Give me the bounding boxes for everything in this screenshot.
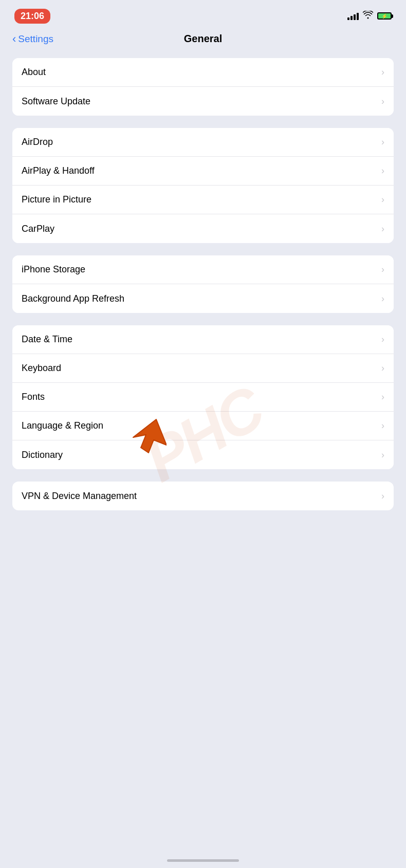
settings-item-carplay[interactable]: CarPlay › — [12, 214, 394, 243]
time-display: 21:06 — [14, 9, 50, 24]
nav-header: ‹ Settings General — [0, 29, 406, 53]
settings-item-keyboard[interactable]: Keyboard › — [12, 354, 394, 383]
settings-item-picture-in-picture[interactable]: Picture in Picture › — [12, 186, 394, 214]
battery-icon: ⚡ — [377, 12, 392, 20]
page-title: General — [184, 33, 222, 45]
keyboard-chevron-icon: › — [381, 363, 384, 374]
fonts-label: Fonts — [22, 392, 45, 402]
settings-content: About › Software Update › AirDrop › AirP… — [0, 53, 406, 861]
settings-item-fonts[interactable]: Fonts › — [12, 383, 394, 412]
iphone-storage-label: iPhone Storage — [22, 264, 85, 275]
vpn-device-management-label: VPN & Device Management — [22, 491, 137, 502]
about-label: About — [22, 67, 46, 78]
background-app-refresh-chevron-icon: › — [381, 293, 384, 304]
settings-group-1: About › Software Update › — [12, 58, 394, 116]
settings-item-dictionary[interactable]: Dictionary › — [12, 440, 394, 469]
picture-in-picture-label: Picture in Picture — [22, 194, 91, 205]
date-time-label: Date & Time — [22, 334, 72, 345]
wifi-icon — [363, 11, 373, 21]
language-region-chevron-icon: › — [381, 420, 384, 431]
home-indicator — [167, 859, 239, 862]
date-time-chevron-icon: › — [381, 334, 384, 345]
background-app-refresh-label: Background App Refresh — [22, 293, 124, 304]
airdrop-label: AirDrop — [22, 137, 53, 147]
settings-group-4: Date & Time › Keyboard › Fonts › Languag… — [12, 325, 394, 469]
settings-item-airdrop[interactable]: AirDrop › — [12, 128, 394, 157]
picture-in-picture-chevron-icon: › — [381, 194, 384, 205]
airplay-handoff-label: AirPlay & Handoff — [22, 165, 95, 176]
about-chevron-icon: › — [381, 67, 384, 78]
back-button[interactable]: ‹ Settings — [12, 33, 53, 45]
settings-item-language-region[interactable]: Language & Region › — [12, 412, 394, 440]
signal-icon — [347, 12, 359, 20]
settings-group-5: VPN & Device Management › — [12, 482, 394, 510]
back-label: Settings — [18, 33, 53, 45]
airplay-handoff-chevron-icon: › — [381, 165, 384, 176]
iphone-storage-chevron-icon: › — [381, 264, 384, 275]
keyboard-label: Keyboard — [22, 363, 61, 374]
settings-group-3: iPhone Storage › Background App Refresh … — [12, 255, 394, 313]
settings-item-software-update[interactable]: Software Update › — [12, 87, 394, 116]
settings-item-vpn-device-management[interactable]: VPN & Device Management › — [12, 482, 394, 510]
dictionary-chevron-icon: › — [381, 450, 384, 460]
software-update-chevron-icon: › — [381, 96, 384, 107]
settings-group-2: AirDrop › AirPlay & Handoff › Picture in… — [12, 128, 394, 243]
software-update-label: Software Update — [22, 96, 90, 107]
settings-item-airplay-handoff[interactable]: AirPlay & Handoff › — [12, 157, 394, 186]
settings-item-date-time[interactable]: Date & Time › — [12, 325, 394, 354]
settings-item-background-app-refresh[interactable]: Background App Refresh › — [12, 284, 394, 313]
status-icons: ⚡ — [347, 11, 392, 21]
settings-item-about[interactable]: About › — [12, 58, 394, 87]
airdrop-chevron-icon: › — [381, 137, 384, 147]
settings-item-iphone-storage[interactable]: iPhone Storage › — [12, 255, 394, 284]
vpn-device-management-chevron-icon: › — [381, 491, 384, 502]
carplay-label: CarPlay — [22, 224, 54, 234]
status-bar: 21:06 ⚡ — [0, 0, 406, 29]
phone-frame: PHC 21:06 ⚡ — [0, 0, 406, 868]
carplay-chevron-icon: › — [381, 224, 384, 234]
language-region-label: Language & Region — [22, 420, 103, 431]
dictionary-label: Dictionary — [22, 450, 63, 460]
back-chevron-icon: ‹ — [12, 33, 16, 45]
fonts-chevron-icon: › — [381, 392, 384, 402]
